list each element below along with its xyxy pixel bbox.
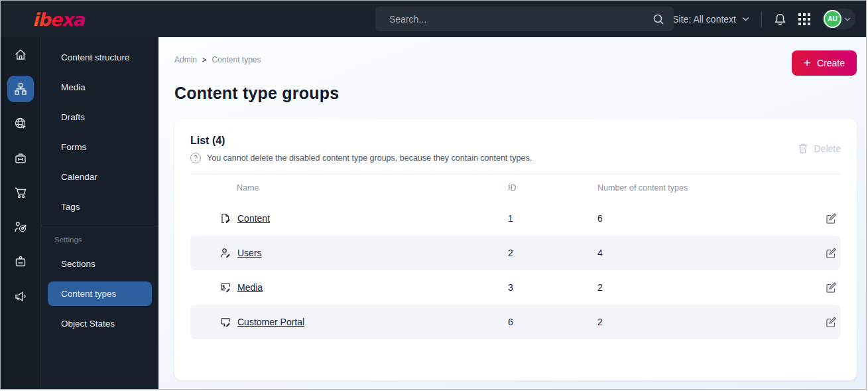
megaphone-icon[interactable] [7,283,34,309]
file-edit-icon [219,212,231,224]
topbar: ibexa Site: All context [1,1,866,37]
create-button[interactable]: + Create [792,50,857,76]
trash-icon [798,143,808,154]
edit-button[interactable] [814,281,841,293]
table-row: Content 1 6 [190,201,841,236]
target-user-icon[interactable] [7,214,34,240]
bell-icon [774,13,786,26]
edit-icon [825,247,837,259]
user-menu[interactable]: AU [822,9,855,29]
topbar-divider [761,11,762,27]
sidebar-item-tags[interactable]: Tags [48,195,152,219]
edit-icon [825,316,837,328]
column-header-id: ID [508,183,597,193]
cart-icon[interactable] [7,179,34,206]
topbar-right: Site: All context AU [655,9,855,29]
main-content: Admin > Content types + Create Content t… [158,37,866,389]
id-badge-icon[interactable] [7,248,34,275]
edit-button[interactable] [814,212,841,224]
row-id: 1 [508,213,597,224]
edit-icon [825,212,837,224]
edit-button[interactable] [814,247,841,259]
sidebar-item-sections[interactable]: Sections [48,252,152,276]
row-id: 3 [508,282,597,293]
notifications-button[interactable] [774,13,786,26]
sidebar-item-object-states[interactable]: Object States [48,311,152,336]
column-header-count: Number of content types [597,183,814,193]
help-icon: ? [190,153,201,163]
row-count: 6 [597,213,814,224]
sidebar-item-content-types[interactable]: Content types [48,281,152,306]
list-title: List (4) [190,135,532,147]
site-context-label: Site: All context [672,14,736,25]
table-header: Name ID Number of content types [190,175,841,201]
chevron-down-icon [844,17,851,21]
table-row: Customer Portal 6 2 [190,305,841,339]
search-bar [375,7,674,31]
plus-icon: + [804,56,811,69]
sidebar-menu: Content structure Media Drafts Forms Cal… [40,37,158,389]
breadcrumb: Admin > Content types [174,55,261,64]
row-count: 4 [597,248,814,258]
user-edit-icon [219,247,231,259]
create-button-label: Create [817,58,845,68]
sidebar-section-label: Settings [41,236,158,244]
ibexa-logo[interactable]: ibexa [31,9,92,30]
list-card: List (4) ? You cannot delete the disable… [174,119,857,380]
page-title: Content type groups [174,84,857,103]
content-type-group-link[interactable]: Media [237,282,263,293]
package-icon[interactable] [7,145,34,171]
table-row: Media 3 2 [190,270,841,305]
breadcrumb-admin[interactable]: Admin [174,55,197,64]
delete-button-label: Delete [814,143,841,154]
monitor-edit-icon [219,316,231,328]
sidebar-item-media[interactable]: Media [48,75,152,100]
sidebar-divider [41,226,158,226]
icon-rail [1,37,40,389]
grid-icon [798,13,810,25]
edit-button[interactable] [814,316,841,328]
edit-icon [825,281,837,293]
delete-button[interactable]: Delete [798,143,841,154]
row-id: 2 [508,248,597,258]
chevron-down-icon [742,17,749,21]
sidebar-item-calendar[interactable]: Calendar [48,165,152,189]
column-header-name: Name [219,183,508,193]
content-type-group-link[interactable]: Content [237,213,270,224]
breadcrumb-separator: > [202,56,206,64]
sidebar-item-drafts[interactable]: Drafts [48,105,152,129]
app-switcher-button[interactable] [798,13,810,25]
content-type-group-link[interactable]: Users [237,248,262,258]
app-window: ibexa Site: All context [0,0,867,390]
help-text: You cannot delete the disabled content t… [207,153,532,163]
globe-cursor-icon[interactable] [7,110,34,137]
content-type-groups-table: Name ID Number of content types [190,174,841,339]
avatar: AU [824,10,841,28]
search-icon[interactable] [652,13,664,25]
image-edit-icon [219,281,231,293]
home-icon[interactable] [7,41,34,68]
breadcrumb-current: Content types [212,55,261,64]
sidebar-item-forms[interactable]: Forms [48,135,152,159]
row-count: 2 [597,282,814,293]
row-count: 2 [597,317,814,327]
sitemap-icon[interactable] [7,76,34,102]
ibexa-logo-graphic: ibexa [31,9,92,30]
table-row: Users 2 4 [190,236,841,270]
sidebar-item-content-structure[interactable]: Content structure [48,45,152,70]
svg-text:ibexa: ibexa [32,9,86,30]
row-id: 6 [508,317,597,327]
search-input[interactable] [389,14,652,25]
content-type-group-link[interactable]: Customer Portal [237,317,304,327]
